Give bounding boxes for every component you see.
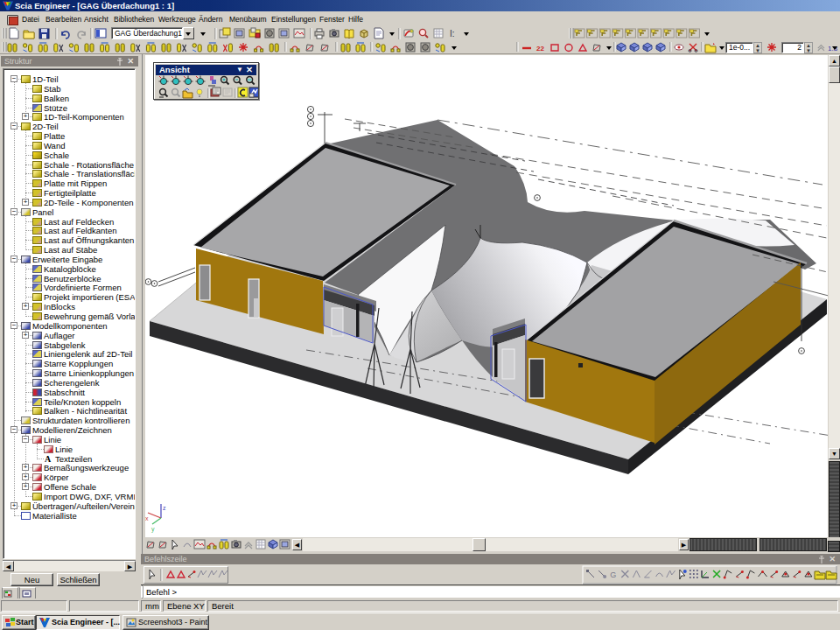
svg-text:x: x bbox=[145, 515, 149, 522]
svg-text:I:: I: bbox=[450, 29, 455, 38]
svg-text:z: z bbox=[163, 505, 166, 511]
svg-text:y: y bbox=[151, 526, 155, 533]
svg-text:G: G bbox=[610, 570, 616, 579]
svg-text:22: 22 bbox=[536, 45, 544, 52]
